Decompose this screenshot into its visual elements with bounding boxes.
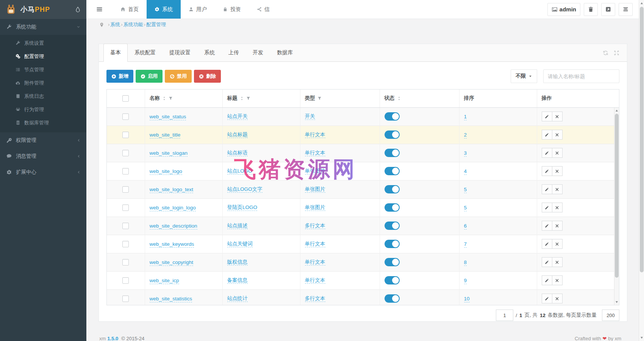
action-button-2[interactable]: 禁用 [165, 70, 192, 83]
config-title-link[interactable]: 站点标题 [227, 132, 248, 138]
refresh-icon[interactable] [603, 50, 608, 56]
tab-4[interactable]: 上传 [222, 44, 246, 61]
sidebar-item-2[interactable]: 节点管理 [0, 63, 86, 76]
sort-icon[interactable] [162, 96, 166, 101]
row-checkbox[interactable] [122, 295, 129, 302]
edit-button[interactable] [542, 275, 552, 285]
page-scroll-up-arrow[interactable] [641, 2, 643, 4]
config-type-link[interactable]: 多行文本 [305, 223, 325, 229]
filter-funnel-icon[interactable] [246, 96, 250, 101]
tab-2[interactable]: 提现设置 [163, 44, 197, 61]
config-type-link[interactable]: 开关 [305, 113, 315, 120]
sidebar-item-4[interactable]: 系统日志 [0, 90, 86, 103]
config-title-link[interactable]: 站点描述 [227, 223, 248, 229]
delete-button[interactable] [552, 294, 563, 303]
sort-value-link[interactable]: 1 [464, 114, 467, 120]
fullscreen-icon[interactable] [614, 50, 619, 56]
config-title-link[interactable]: 站点标语 [227, 150, 248, 156]
delete-button[interactable] [552, 221, 563, 231]
breadcrumb-link-2[interactable]: 配置管理 [146, 22, 166, 27]
config-name-link[interactable]: web_site_keywords [150, 241, 194, 248]
sidebar-section-1[interactable]: 权限管理 [0, 132, 86, 148]
config-title-link[interactable]: 登陆页LOGO [227, 204, 258, 211]
status-toggle[interactable] [385, 240, 400, 248]
delete-button[interactable] [552, 148, 563, 158]
page-scrollbar[interactable] [639, 0, 644, 341]
page-scroll-down-arrow[interactable] [641, 337, 643, 339]
config-type-link[interactable]: 单行文本 [305, 241, 325, 247]
sort-value-link[interactable]: 7 [464, 241, 467, 248]
trash-button[interactable] [584, 3, 598, 16]
status-toggle[interactable] [385, 276, 400, 284]
delete-button[interactable] [552, 130, 563, 140]
edit-button[interactable] [542, 294, 552, 303]
external-link-button[interactable] [601, 3, 615, 16]
sidebar-item-3[interactable]: 附件管理 [0, 76, 86, 90]
topnav-item-2[interactable]: 用户 [181, 0, 215, 19]
row-checkbox[interactable] [122, 113, 129, 120]
sidebar-item-6[interactable]: 数据库管理 [0, 116, 86, 129]
sort-icon[interactable] [397, 96, 401, 101]
delete-button[interactable] [552, 257, 563, 267]
config-name-link[interactable]: web_site_slogan [150, 150, 188, 157]
select-all-checkbox[interactable] [122, 95, 129, 102]
config-name-link[interactable]: web_site_logo [150, 168, 182, 175]
page-size-input[interactable] [602, 310, 619, 321]
sidebar-section-0[interactable]: 系统功能 [0, 19, 86, 35]
sort-value-link[interactable]: 6 [464, 223, 467, 229]
delete-button[interactable] [552, 184, 563, 194]
config-name-link[interactable]: web_site_title [150, 132, 181, 138]
menu-rows-button[interactable] [619, 3, 633, 16]
delete-button[interactable] [552, 239, 563, 249]
delete-button[interactable] [552, 166, 563, 176]
edit-button[interactable] [542, 257, 552, 267]
status-toggle[interactable] [385, 149, 400, 157]
config-name-link[interactable]: web_site_statistics [150, 296, 192, 302]
config-name-link[interactable]: web_site_icp [150, 278, 179, 284]
sidebar-section-2[interactable]: 消息管理 [0, 148, 86, 164]
status-toggle[interactable] [385, 130, 400, 139]
status-toggle[interactable] [385, 294, 400, 303]
scroll-down-arrow[interactable] [616, 301, 618, 303]
sort-value-link[interactable]: 5 [464, 187, 467, 193]
config-title-link[interactable]: 站点LOGO文字 [227, 186, 263, 193]
row-checkbox[interactable] [122, 150, 129, 156]
delete-button[interactable] [552, 203, 563, 212]
sidebar-item-5[interactable]: 行为管理 [0, 103, 86, 116]
config-title-link[interactable]: 版权信息 [227, 259, 248, 266]
action-button-0[interactable]: 新增 [106, 70, 133, 83]
config-title-link[interactable]: 站点LOGO [227, 168, 252, 174]
sidebar-section-3[interactable]: 扩展中心 [0, 164, 86, 180]
delete-button[interactable] [552, 112, 563, 121]
sort-value-link[interactable]: 4 [464, 168, 467, 175]
table-scrollbar[interactable] [614, 108, 619, 305]
breadcrumb-link-1[interactable]: 系统功能 [123, 22, 143, 27]
config-type-link[interactable]: 单行文本 [305, 277, 325, 284]
status-toggle[interactable] [385, 258, 400, 266]
edit-button[interactable] [542, 203, 552, 212]
row-checkbox[interactable] [122, 186, 129, 193]
filter-dropdown[interactable]: 不限 [511, 69, 537, 83]
topnav-item-0[interactable]: 首页 [113, 0, 147, 19]
config-type-link[interactable]: 单行文本 [305, 259, 325, 266]
config-title-link[interactable]: 站点关键词 [227, 241, 253, 247]
status-toggle[interactable] [385, 167, 400, 175]
edit-button[interactable] [542, 112, 552, 121]
filter-funnel-icon[interactable] [169, 96, 173, 101]
config-title-link[interactable]: 站点统计 [227, 295, 248, 302]
config-name-link[interactable]: web_site_login_logo [150, 205, 196, 211]
sort-icon[interactable] [240, 96, 244, 101]
config-name-link[interactable]: web_site_logo_text [150, 187, 194, 193]
sidebar-item-0[interactable]: 系统设置 [0, 36, 86, 50]
row-checkbox[interactable] [122, 241, 129, 247]
breadcrumb-link-0[interactable]: 系统 [110, 22, 120, 27]
config-name-link[interactable]: web_site_copyright [150, 259, 194, 266]
config-type-link[interactable]: 单张图片 [305, 186, 325, 193]
hamburger-menu-icon[interactable] [96, 6, 103, 13]
status-toggle[interactable] [385, 203, 400, 212]
config-type-link[interactable]: 单张图片 [305, 168, 325, 174]
sort-value-link[interactable]: 8 [464, 259, 467, 266]
tab-6[interactable]: 数据库 [270, 44, 300, 61]
sort-value-link[interactable]: 10 [464, 296, 470, 302]
search-input[interactable] [543, 69, 619, 83]
